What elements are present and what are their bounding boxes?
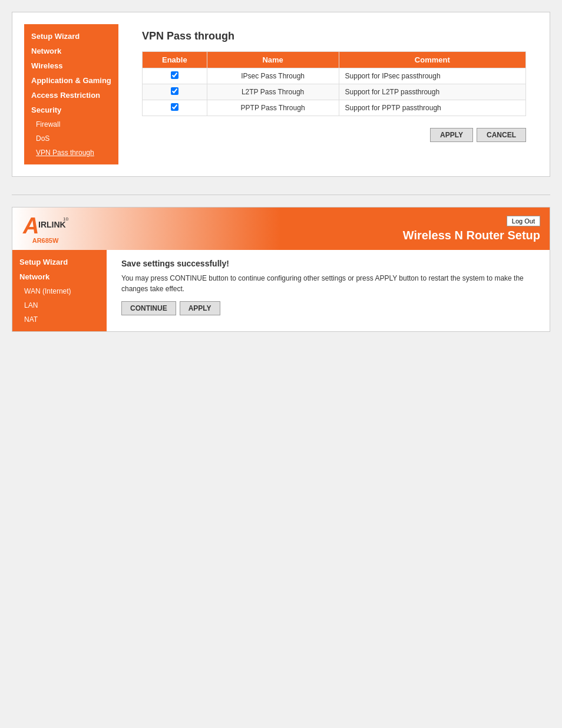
col-enable: Enable bbox=[143, 52, 207, 68]
sidebar-item-firewall[interactable]: Firewall bbox=[24, 117, 118, 131]
sidebar-item-wireless[interactable]: Wireless bbox=[24, 58, 118, 73]
panel2-sidebar-nat[interactable]: NAT bbox=[12, 312, 107, 327]
panel2-btn-row: CONTINUE APPLY bbox=[121, 301, 535, 315]
sidebar-item-dos[interactable]: DoS bbox=[24, 131, 118, 146]
svg-text:IRLINK: IRLINK bbox=[38, 220, 66, 229]
col-name: Name bbox=[207, 52, 339, 68]
panel2-sidebar-lan[interactable]: LAN bbox=[12, 298, 107, 312]
svg-text:A: A bbox=[22, 213, 39, 237]
logo-model: AR685W bbox=[32, 237, 59, 244]
panel2-sidebar-setup-wizard[interactable]: Setup Wizard bbox=[12, 255, 107, 269]
sidebar-item-access-restriction[interactable]: Access Restriction bbox=[24, 88, 118, 103]
divider1 bbox=[12, 195, 550, 195]
panel2-apply-button[interactable]: APPLY bbox=[180, 301, 220, 315]
panel2-body: Setup Wizard Network WAN (Internet) LAN … bbox=[12, 250, 550, 331]
vpn-button-row: APPLY CANCEL bbox=[142, 128, 526, 142]
vpn-main-content: VPN Pass through Enable Name Comment IPs… bbox=[130, 24, 538, 164]
name-cell: L2TP Pass Through bbox=[207, 84, 339, 100]
table-row: IPsec Pass ThroughSupport for IPsec pass… bbox=[143, 68, 526, 84]
enable-checkbox-0[interactable] bbox=[171, 71, 178, 79]
sidebar-item-vpn[interactable]: VPN Pass through bbox=[24, 146, 118, 160]
name-cell: PPTP Pass Through bbox=[207, 100, 339, 116]
save-title: Save settings successfully! bbox=[121, 259, 535, 268]
panel2-header: A IRLINK 101 AR685W Log Out Wireless N R… bbox=[12, 207, 550, 250]
continue-button[interactable]: CONTINUE bbox=[121, 301, 176, 315]
panel2-sidebar-network[interactable]: Network bbox=[12, 269, 107, 284]
sidebar-item-security[interactable]: Security bbox=[24, 103, 118, 117]
vpn-table: Enable Name Comment IPsec Pass ThroughSu… bbox=[142, 51, 526, 116]
cancel-button[interactable]: CANCEL bbox=[477, 128, 526, 142]
name-cell: IPsec Pass Through bbox=[207, 68, 339, 84]
enable-checkbox-1[interactable] bbox=[171, 87, 178, 95]
comment-cell: Support for L2TP passthrough bbox=[339, 84, 525, 100]
sidebar-item-network[interactable]: Network bbox=[24, 44, 118, 58]
enable-cell bbox=[143, 68, 207, 84]
comment-cell: Support for PPTP passthrough bbox=[339, 100, 525, 116]
vpn-panel: Setup Wizard Network Wireless Applicatio… bbox=[12, 12, 550, 177]
panel2-sidebar: Setup Wizard Network WAN (Internet) LAN … bbox=[12, 250, 107, 331]
logo-svg: A IRLINK 101 bbox=[22, 213, 69, 237]
svg-text:101: 101 bbox=[63, 216, 69, 222]
save-panel: A IRLINK 101 AR685W Log Out Wireless N R… bbox=[12, 207, 550, 332]
page-title: VPN Pass through bbox=[142, 30, 526, 42]
panel2-title-area: Log Out Wireless N Router Setup bbox=[403, 216, 540, 242]
table-row: PPTP Pass ThroughSupport for PPTP passth… bbox=[143, 100, 526, 116]
panel2-sidebar-wan[interactable]: WAN (Internet) bbox=[12, 284, 107, 298]
table-row: L2TP Pass ThroughSupport for L2TP passth… bbox=[143, 84, 526, 100]
save-desc: You may press CONTINUE button to continu… bbox=[121, 273, 535, 294]
logo-wrapper: A IRLINK 101 AR685W bbox=[22, 213, 69, 244]
enable-cell bbox=[143, 100, 207, 116]
enable-cell bbox=[143, 84, 207, 100]
panel2-subtitle: Wireless N Router Setup bbox=[403, 229, 540, 242]
logout-button[interactable]: Log Out bbox=[507, 216, 540, 226]
enable-checkbox-2[interactable] bbox=[171, 103, 178, 111]
sidebar-item-setup-wizard[interactable]: Setup Wizard bbox=[24, 29, 118, 44]
panel2-main: Save settings successfully! You may pres… bbox=[107, 250, 550, 331]
apply-button[interactable]: APPLY bbox=[430, 128, 473, 142]
sidebar: Setup Wizard Network Wireless Applicatio… bbox=[24, 24, 118, 164]
col-comment: Comment bbox=[339, 52, 525, 68]
comment-cell: Support for IPsec passthrough bbox=[339, 68, 525, 84]
sidebar-item-application[interactable]: Application & Gaming bbox=[24, 73, 118, 88]
panel2-logo: A IRLINK 101 bbox=[22, 213, 69, 237]
